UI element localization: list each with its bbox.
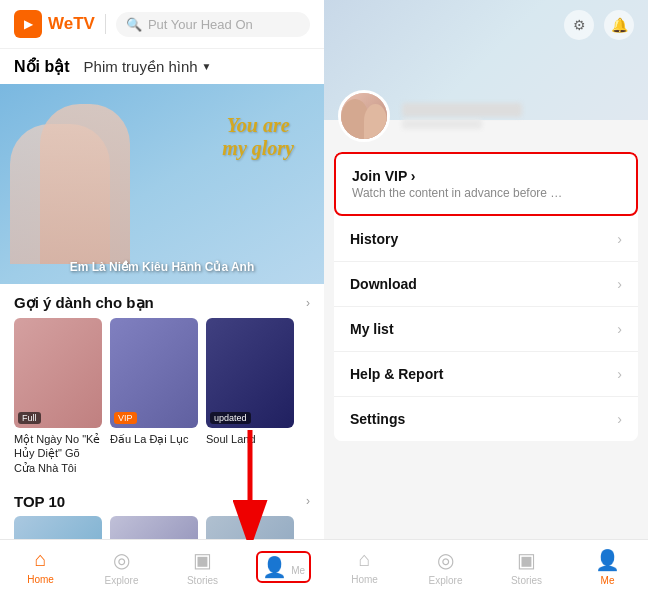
notification-icon-button[interactable]: 🔔 bbox=[604, 10, 634, 40]
suggestions-title: Gợi ý dành cho bạn bbox=[14, 294, 154, 312]
nav-me-label-right: Me bbox=[601, 575, 615, 586]
hero-title-line2: my glory bbox=[222, 137, 294, 160]
card-badge-full: Full bbox=[18, 412, 41, 424]
nav-me-right[interactable]: 👤 Me bbox=[567, 540, 648, 593]
card-badge-vip: VIP bbox=[114, 412, 137, 424]
settings-label: Settings bbox=[350, 411, 405, 427]
nav-stories-left[interactable]: ▣ Stories bbox=[162, 540, 243, 593]
menu-download[interactable]: Download › bbox=[334, 262, 638, 307]
suggestions-more[interactable]: › bbox=[306, 296, 310, 310]
join-vip-label: Join VIP › bbox=[352, 168, 562, 184]
top10-header: TOP 10 › bbox=[0, 483, 324, 516]
explore-icon: ◎ bbox=[113, 548, 130, 572]
card-thumb-1: Full bbox=[14, 318, 102, 428]
mylist-label: My list bbox=[350, 321, 394, 337]
me-icon-left: 👤 bbox=[262, 556, 287, 578]
card-thumb-3: updated bbox=[206, 318, 294, 428]
card-1[interactable]: Full Một Ngày No "Kẻ Hủy Diệt" Gõ Cửa Nh… bbox=[14, 318, 102, 475]
hero-banner[interactable]: You are my glory Em Là Niềm Kiêu Hãnh Củ… bbox=[0, 84, 324, 284]
explore-icon-right: ◎ bbox=[437, 548, 454, 572]
hero-subtitle: Em Là Niềm Kiêu Hãnh Của Anh bbox=[0, 260, 324, 274]
search-placeholder: Put Your Head On bbox=[148, 17, 253, 32]
search-bar[interactable]: 🔍 Put Your Head On bbox=[116, 12, 310, 37]
menu-settings[interactable]: Settings › bbox=[334, 397, 638, 441]
home-icon-right: ⌂ bbox=[358, 548, 370, 571]
nav-stories-label: Stories bbox=[187, 575, 218, 586]
right-bottom-nav: ⌂ Home ◎ Explore ▣ Stories 👤 Me bbox=[324, 539, 648, 593]
settings-chevron: › bbox=[617, 411, 622, 427]
suggestions-header: Gợi ý dành cho bạn › bbox=[0, 284, 324, 318]
right-header-icons: ⚙ 🔔 bbox=[564, 10, 634, 40]
nav-explore-left[interactable]: ◎ Explore bbox=[81, 540, 162, 593]
menu-history[interactable]: History › bbox=[334, 217, 638, 262]
menu-list: Join VIP › Watch the content in advance … bbox=[334, 152, 638, 441]
nav-me-left[interactable]: 👤 Me bbox=[243, 540, 324, 593]
profile-name-blur bbox=[402, 103, 522, 117]
menu-mylist[interactable]: My list › bbox=[334, 307, 638, 352]
search-icon: 🔍 bbox=[126, 17, 142, 32]
wetv-play-icon bbox=[14, 10, 42, 38]
header-divider bbox=[105, 14, 106, 34]
history-chevron: › bbox=[617, 231, 622, 247]
download-chevron: › bbox=[617, 276, 622, 292]
nav-home-right[interactable]: ⌂ Home bbox=[324, 540, 405, 593]
settings-icon-button[interactable]: ⚙ bbox=[564, 10, 594, 40]
card-title-2: Đấu La Đại Lục bbox=[110, 432, 198, 446]
suggestions-row: Full Một Ngày No "Kẻ Hủy Diệt" Gõ Cửa Nh… bbox=[0, 318, 324, 475]
hero-person-right bbox=[40, 104, 130, 264]
profile-sub-blur bbox=[402, 119, 482, 129]
tab-dropdown-label: Phim truyền hình bbox=[84, 58, 198, 76]
left-bottom-nav: ⌂ Home ◎ Explore ▣ Stories 👤 Me bbox=[0, 539, 324, 593]
nav-me-label: Me bbox=[291, 565, 305, 576]
tab-noibat[interactable]: Nổi bật bbox=[14, 57, 70, 76]
mylist-chevron: › bbox=[617, 321, 622, 337]
right-panel: ⚙ 🔔 Join VIP › Watch the content in adv bbox=[324, 0, 648, 593]
me-icon-right: 👤 bbox=[595, 548, 620, 572]
stories-icon-right: ▣ bbox=[517, 548, 536, 572]
download-label: Download bbox=[350, 276, 417, 292]
wetv-brand-name: WeTV bbox=[48, 14, 95, 34]
nav-stories-label-right: Stories bbox=[511, 575, 542, 586]
menu-help[interactable]: Help & Report › bbox=[334, 352, 638, 397]
nav-explore-right[interactable]: ◎ Explore bbox=[405, 540, 486, 593]
nav-explore-label-right: Explore bbox=[429, 575, 463, 586]
settings-icon: ⚙ bbox=[573, 17, 586, 33]
chevron-down-icon: ▼ bbox=[202, 61, 212, 72]
card-title-3: Soul Land bbox=[206, 432, 294, 446]
card-2[interactable]: VIP Đấu La Đại Lục bbox=[110, 318, 198, 475]
top10-title: TOP 10 bbox=[14, 493, 65, 510]
card-thumb-2: VIP bbox=[110, 318, 198, 428]
join-vip-sub: Watch the content in advance before … bbox=[352, 186, 562, 200]
hero-text: You are my glory bbox=[222, 114, 294, 160]
home-icon: ⌂ bbox=[34, 548, 46, 571]
left-panel: WeTV 🔍 Put Your Head On Nổi bật Phim tru… bbox=[0, 0, 324, 593]
tab-phimtruyenhinh[interactable]: Phim truyền hình ▼ bbox=[84, 58, 212, 76]
help-chevron: › bbox=[617, 366, 622, 382]
profile-info bbox=[402, 103, 522, 129]
nav-tabs: Nổi bật Phim truyền hình ▼ bbox=[0, 49, 324, 84]
stories-icon: ▣ bbox=[193, 548, 212, 572]
card-3[interactable]: updated Soul Land bbox=[206, 318, 294, 475]
nav-home-label: Home bbox=[27, 574, 54, 585]
nav-stories-right[interactable]: ▣ Stories bbox=[486, 540, 567, 593]
history-label: History bbox=[350, 231, 398, 247]
card-badge-updated: updated bbox=[210, 412, 251, 424]
me-tab-highlight-box: 👤 Me bbox=[256, 551, 311, 583]
card-title-1: Một Ngày No "Kẻ Hủy Diệt" Gõ Cửa Nhà Tôi bbox=[14, 432, 102, 475]
nav-home-left[interactable]: ⌂ Home bbox=[0, 540, 81, 593]
nav-explore-label: Explore bbox=[105, 575, 139, 586]
wetv-logo: WeTV bbox=[14, 10, 95, 38]
help-label: Help & Report bbox=[350, 366, 443, 382]
left-header: WeTV 🔍 Put Your Head On bbox=[0, 0, 324, 49]
join-vip-item[interactable]: Join VIP › Watch the content in advance … bbox=[334, 152, 638, 216]
nav-home-label-right: Home bbox=[351, 574, 378, 585]
bell-icon: 🔔 bbox=[611, 17, 628, 33]
avatar bbox=[338, 90, 390, 142]
top10-more[interactable]: › bbox=[306, 494, 310, 508]
hero-title-line1: You are bbox=[222, 114, 294, 137]
vip-item-content: Join VIP › Watch the content in advance … bbox=[352, 168, 562, 200]
